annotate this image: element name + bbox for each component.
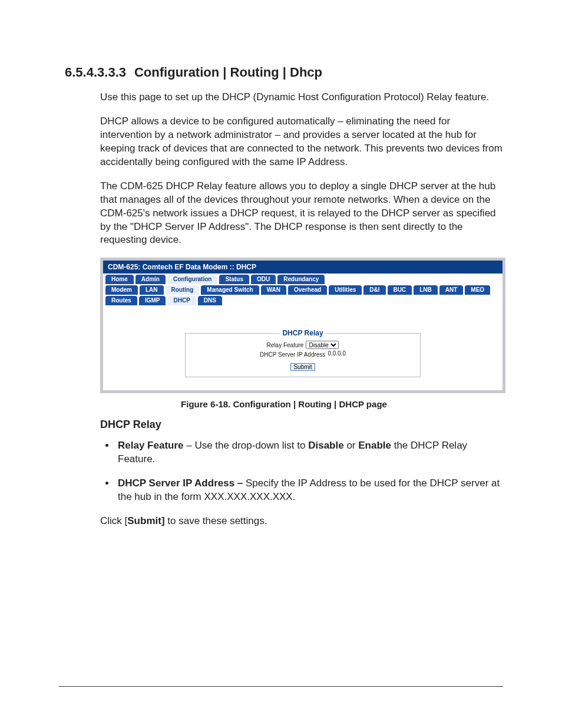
relay-feature-select[interactable]: Disable (306, 341, 339, 349)
tab-config-utilities[interactable]: Utilities (329, 285, 362, 295)
tab-row-routing: RoutesIGMPDHCPDNS (103, 295, 503, 305)
tab-config-wan[interactable]: WAN (261, 285, 286, 295)
tab-config-lan[interactable]: LAN (140, 285, 164, 295)
paragraph-intro: Use this page to set up the DHCP (Dynami… (100, 91, 503, 104)
relay-feature-label: Relay Feature (267, 342, 304, 348)
dhcp-relay-panel: DHCP Relay Relay Feature Disable DHCP Se… (185, 329, 421, 377)
section-number: 6.5.4.3.3.3 (65, 65, 126, 80)
tab-main-home[interactable]: Home (105, 275, 134, 284)
tab-main-admin[interactable]: Admin (135, 275, 166, 284)
dhcp-ip-label: DHCP Server IP Address (260, 351, 325, 358)
tab-main-redundancy[interactable]: Redundancy (277, 275, 325, 284)
tab-config-lnb[interactable]: LNB (414, 285, 438, 295)
tab-config-modem[interactable]: Modem (105, 285, 138, 295)
section-heading: 6.5.4.3.3.3Configuration | Routing | Dhc… (65, 65, 503, 80)
figure-caption: Figure 6-18. Configuration | Routing | D… (65, 399, 503, 409)
tab-config-routing[interactable]: Routing (166, 285, 200, 295)
section-title: Configuration | Routing | Dhcp (134, 65, 322, 80)
figure-screenshot: CDM-625: Comtech EF Data Modem :: DHCP H… (100, 258, 505, 393)
tab-main-configuration[interactable]: Configuration (167, 275, 218, 284)
tab-routing-igmp[interactable]: IGMP (139, 296, 166, 305)
tab-main-status[interactable]: Status (219, 275, 249, 284)
dhcp-ip-value: 0.0.0.0 (328, 350, 346, 358)
tab-row-config: ModemLANRoutingManaged SwitchWANOverhead… (103, 284, 503, 295)
tab-main-odu[interactable]: ODU (251, 275, 276, 284)
tab-config-ant[interactable]: ANT (439, 285, 464, 295)
bullet-list: Relay Feature – Use the drop-down list t… (100, 439, 503, 504)
submit-button[interactable]: Submit (290, 363, 315, 371)
tab-config-overhead[interactable]: Overhead (288, 285, 327, 295)
footer-rule (59, 686, 503, 687)
paragraph-relay-explain: The CDM-625 DHCP Relay feature allows yo… (100, 180, 503, 248)
tab-routing-dhcp[interactable]: DHCP (167, 296, 196, 305)
closing-instruction: Click [Submit] to save these settings. (100, 515, 503, 528)
tab-routing-routes[interactable]: Routes (105, 296, 137, 305)
window-title: CDM-625: Comtech EF Data Modem :: DHCP (103, 261, 503, 274)
tab-config-meo[interactable]: MEO (465, 285, 490, 295)
tab-config-d-i[interactable]: D&I (363, 285, 385, 295)
tab-config-buc[interactable]: BUC (388, 285, 412, 295)
tab-row-main: HomeAdminConfigurationStatusODURedundanc… (103, 274, 503, 284)
panel-title: DHCP Relay (280, 329, 325, 337)
bullet-relay-feature: Relay Feature – Use the drop-down list t… (115, 439, 503, 466)
tab-routing-dns[interactable]: DNS (198, 296, 222, 305)
subsection-heading: DHCP Relay (100, 419, 503, 431)
paragraph-dhcp-explain: DHCP allows a device to be configured au… (100, 115, 503, 169)
tab-config-managed-switch[interactable]: Managed Switch (201, 285, 259, 295)
bullet-dhcp-ip: DHCP Server IP Address – Specify the IP … (115, 477, 503, 504)
